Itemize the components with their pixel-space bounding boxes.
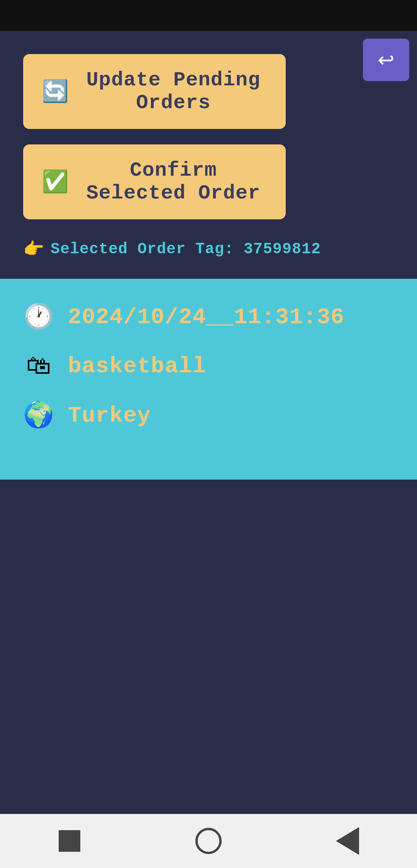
clock-icon: 🕐 (23, 302, 54, 332)
update-pending-orders-label: Update Pending Orders (80, 69, 267, 114)
nav-bar (0, 814, 417, 868)
nav-back-button[interactable] (332, 826, 363, 856)
status-bar (0, 0, 417, 31)
update-icon: 🔄 (42, 78, 69, 105)
stop-icon (59, 830, 80, 852)
update-pending-orders-button[interactable]: 🔄 Update Pending Orders (23, 54, 286, 129)
datetime-row: 🕐 2024/10/24__11:31:36 (23, 302, 394, 332)
product-value: basketball (68, 354, 206, 379)
confirm-selected-order-button[interactable]: ✅ Confirm Selected Order (23, 144, 286, 219)
selected-order-tag: 👉 Selected Order Tag: 37599812 (23, 235, 394, 263)
globe-icon: 🌍 (23, 400, 54, 431)
confirm-icon: ✅ (42, 169, 69, 195)
datetime-value: 2024/10/24__11:31:36 (68, 305, 344, 330)
selected-order-tag-text: Selected Order Tag: 37599812 (51, 241, 321, 258)
info-section: 🕐 2024/10/24__11:31:36 🛍 basketball 🌍 Tu… (0, 279, 417, 480)
nav-home-button[interactable] (193, 826, 224, 856)
back-icon: ↩ (378, 48, 395, 71)
country-value: Turkey (68, 403, 151, 428)
top-section: ↩ 🔄 Update Pending Orders ✅ Confirm Sele… (0, 31, 417, 279)
nav-stop-button[interactable] (54, 826, 85, 856)
home-icon (195, 828, 222, 854)
confirm-selected-order-label: Confirm Selected Order (80, 159, 267, 205)
bottom-section (0, 480, 417, 868)
shopping-icon: 🛍 (23, 351, 54, 381)
back-button[interactable]: ↩ (363, 39, 409, 81)
country-row: 🌍 Turkey (23, 400, 394, 431)
product-row: 🛍 basketball (23, 351, 394, 381)
pointing-icon: 👉 (23, 239, 44, 259)
back-nav-icon (336, 827, 359, 855)
